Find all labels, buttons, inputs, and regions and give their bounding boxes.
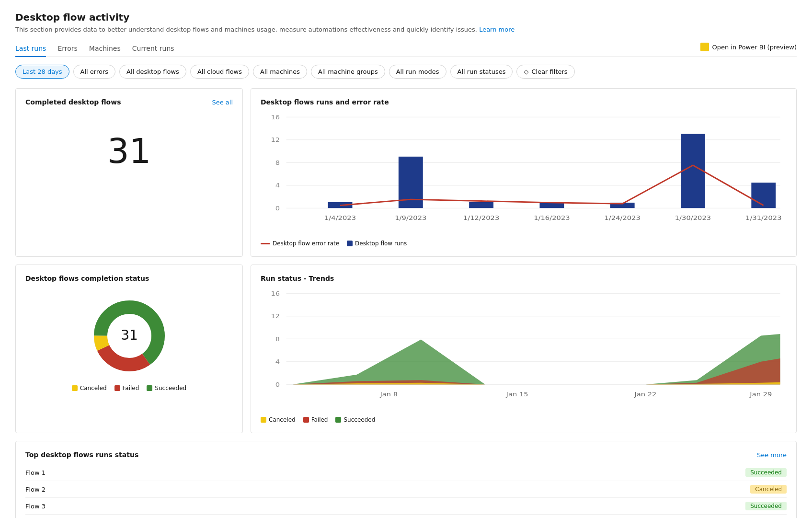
svg-text:31: 31 xyxy=(121,327,138,343)
svg-text:16: 16 xyxy=(271,290,280,297)
run-status-trends-card: Run status - Trends 16 12 8 4 0 xyxy=(251,265,797,433)
eraser-icon: ◇ xyxy=(524,68,528,75)
tab-current-runs[interactable]: Current runs xyxy=(132,41,174,57)
row-name: Flow 1 xyxy=(25,469,740,476)
filter-all-desktop-flows[interactable]: All desktop flows xyxy=(119,65,186,79)
completed-flows-card: Completed desktop flows See all 31 xyxy=(15,88,243,257)
completion-status-card: Desktop flows completion status xyxy=(15,265,243,433)
svg-marker-39 xyxy=(293,334,780,384)
filter-clear[interactable]: ◇ Clear filters xyxy=(516,65,574,79)
svg-text:8: 8 xyxy=(275,335,280,343)
tabs-bar: Last runs Errors Machines Current runs O… xyxy=(15,41,797,57)
run-status-rows: Flow 1 Succeeded Flow 2 Canceled Flow 3 … xyxy=(25,464,787,518)
runs-legend-bar xyxy=(347,241,353,246)
svg-text:1/12/2023: 1/12/2023 xyxy=(463,214,500,221)
trends-svg: 16 12 8 4 0 xyxy=(261,288,787,413)
svg-text:0: 0 xyxy=(275,381,280,388)
filter-last-28-days[interactable]: Last 28 days xyxy=(15,65,69,79)
canceled-legend xyxy=(72,385,78,391)
trends-succeeded-legend xyxy=(335,417,341,423)
filter-all-run-modes[interactable]: All run modes xyxy=(389,65,446,79)
filter-all-cloud-flows[interactable]: All cloud flows xyxy=(190,65,249,79)
svg-text:16: 16 xyxy=(271,114,280,121)
completion-title: Desktop flows completion status xyxy=(25,275,149,282)
table-row: Flow 3 Succeeded xyxy=(25,498,787,515)
see-all-link[interactable]: See all xyxy=(212,99,233,106)
svg-text:1/30/2023: 1/30/2023 xyxy=(675,214,711,221)
trends-chart: 16 12 8 4 0 xyxy=(261,288,787,413)
svg-rect-12 xyxy=(469,202,493,208)
completed-flows-title: Completed desktop flows xyxy=(25,98,121,106)
donut-svg: 31 xyxy=(86,293,172,379)
donut-chart: 31 Canceled Failed Succeeded xyxy=(25,288,233,396)
svg-text:12: 12 xyxy=(271,136,280,143)
tab-last-runs[interactable]: Last runs xyxy=(15,41,46,57)
svg-text:12: 12 xyxy=(271,312,280,320)
status-badge: Succeeded xyxy=(745,502,787,510)
donut-legend: Canceled Failed Succeeded xyxy=(72,385,186,391)
status-badge: Canceled xyxy=(750,485,787,494)
svg-text:0: 0 xyxy=(275,205,280,212)
page-title: Desktop flow activity xyxy=(15,12,797,23)
succeeded-legend xyxy=(147,385,152,391)
filter-all-run-statuses[interactable]: All run statuses xyxy=(450,65,513,79)
row-name: Flow 2 xyxy=(25,486,744,493)
table-row: Flow 2 Canceled xyxy=(25,481,787,498)
svg-text:Jan 29: Jan 29 xyxy=(749,391,772,398)
completed-count: 31 xyxy=(25,112,233,190)
status-badge: Succeeded xyxy=(745,468,787,477)
svg-text:4: 4 xyxy=(275,358,280,365)
flows-runs-chart-card: Desktop flows runs and error rate 16 12 … xyxy=(251,88,797,257)
flows-chart-title: Desktop flows runs and error rate xyxy=(261,98,389,106)
svg-text:4: 4 xyxy=(275,182,280,189)
svg-text:1/24/2023: 1/24/2023 xyxy=(604,214,640,221)
svg-text:8: 8 xyxy=(275,159,280,166)
trends-canceled-legend xyxy=(261,417,266,423)
tab-machines[interactable]: Machines xyxy=(89,41,121,57)
trends-title: Run status - Trends xyxy=(261,275,334,282)
power-bi-icon xyxy=(700,43,709,51)
error-rate-legend-line xyxy=(261,243,270,244)
tab-errors[interactable]: Errors xyxy=(57,41,77,57)
flows-runs-chart: 16 12 8 4 0 xyxy=(261,112,787,236)
failed-legend xyxy=(114,385,120,391)
svg-text:Jan 8: Jan 8 xyxy=(379,391,398,398)
row-name: Flow 3 xyxy=(25,503,740,510)
trends-failed-legend xyxy=(303,417,309,423)
svg-text:1/16/2023: 1/16/2023 xyxy=(534,214,570,221)
bar-line-chart-svg: 16 12 8 4 0 xyxy=(261,112,787,236)
table-row: Flow 1 Succeeded xyxy=(25,464,787,481)
see-more-link[interactable]: See more xyxy=(757,451,787,459)
learn-more-link[interactable]: Learn more xyxy=(479,26,515,33)
filter-bar: Last 28 days All errors All desktop flow… xyxy=(15,65,797,79)
svg-rect-15 xyxy=(681,134,705,208)
svg-text:Jan 22: Jan 22 xyxy=(634,391,656,398)
svg-text:1/31/2023: 1/31/2023 xyxy=(745,214,782,221)
top-runs-card: Top desktop flows runs status See more F… xyxy=(15,441,797,518)
filter-all-machine-groups[interactable]: All machine groups xyxy=(311,65,385,79)
power-bi-button[interactable]: Open in Power BI (preview) xyxy=(700,43,797,51)
page-subtitle: This section provides data to better und… xyxy=(15,26,797,33)
svg-text:1/4/2023: 1/4/2023 xyxy=(324,214,356,221)
flows-chart-legend: Desktop flow error rate Desktop flow run… xyxy=(261,240,787,247)
svg-text:1/9/2023: 1/9/2023 xyxy=(395,214,426,221)
filter-all-machines[interactable]: All machines xyxy=(253,65,307,79)
trends-legend: Canceled Failed Succeeded xyxy=(261,416,787,423)
svg-rect-16 xyxy=(751,183,776,208)
table-row: Flow 4 Canceled xyxy=(25,515,787,518)
svg-text:Jan 15: Jan 15 xyxy=(505,391,528,398)
filter-all-errors[interactable]: All errors xyxy=(73,65,116,79)
top-runs-title: Top desktop flows runs status xyxy=(25,451,138,459)
